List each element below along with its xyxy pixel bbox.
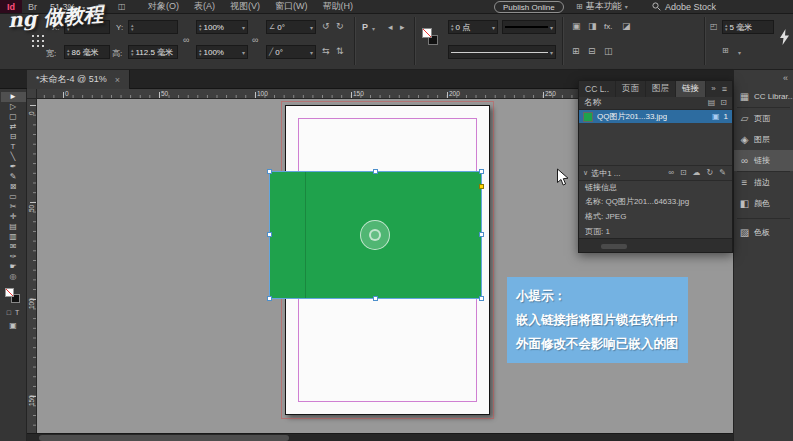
tab-cc-libraries[interactable]: CC L.. [579, 81, 616, 97]
menu-view[interactable]: 视图(V) [230, 0, 260, 13]
tab-layers[interactable]: 图层 [646, 81, 676, 97]
goto-link-icon[interactable]: ⊡ [680, 168, 687, 178]
publish-online-button[interactable]: Publish Online [494, 1, 564, 13]
view-options-icon[interactable]: ▦ [98, 2, 106, 12]
select-previous-icon[interactable]: ◂ [388, 22, 393, 32]
caret-icon[interactable]: ▾ [242, 24, 245, 31]
gradient-feather-tool[interactable]: ▥ [1, 232, 26, 242]
shear-field[interactable]: ╱ 0° ▾ [266, 45, 316, 59]
effects-fx-icon[interactable]: fx. [604, 22, 612, 31]
scale-y-field[interactable]: ▴▾ 100% ▾ [196, 45, 248, 59]
y-field[interactable]: ▴▾ [128, 20, 178, 34]
panel-menu-icon[interactable]: ≡ [722, 84, 727, 94]
flip-vertical-icon[interactable]: ⇅ [336, 46, 344, 56]
caret-icon[interactable]: ▾ [550, 49, 553, 56]
apply-to-text-icon[interactable]: T [15, 309, 19, 316]
constrain-scale-icon[interactable]: ∞ [252, 35, 258, 45]
stepper-icon[interactable]: ▴▾ [131, 23, 134, 31]
menu-window[interactable]: 窗口(W) [275, 0, 308, 13]
pencil-tool[interactable]: ✎ [1, 172, 26, 182]
bridge-icon[interactable]: Br [28, 2, 37, 12]
zoom-caret-icon[interactable]: ▾ [82, 4, 85, 11]
stepper-icon[interactable]: ▴▾ [131, 48, 134, 56]
effects-icon-c[interactable]: ◪ [622, 21, 631, 31]
x-field[interactable]: ▴▾ [64, 20, 110, 34]
dock-color[interactable]: ◧颜色 [734, 193, 793, 214]
update-link-icon[interactable]: ↻ [707, 168, 714, 178]
stroke-weight-field[interactable]: ▴▾ 0 点 ▾ [448, 20, 498, 34]
gap-tool[interactable]: ⇄ [1, 122, 26, 132]
corner-radius-field[interactable]: ▴▾ 5 毫米 [722, 20, 774, 34]
auto-fit-icon[interactable]: ⊞ [722, 46, 729, 56]
document-tab[interactable]: *未命名-4 @ 51% × [27, 70, 130, 89]
caret-icon[interactable]: ▾ [492, 24, 495, 31]
zoom-level[interactable]: 51.3% [50, 2, 76, 12]
page-column-icon[interactable]: ⊡ [720, 98, 727, 108]
stock-search[interactable]: Adobe Stock [652, 0, 716, 13]
page-tool[interactable]: ▢ [1, 112, 26, 122]
width-field[interactable]: ▴▾ 86 毫米 [64, 45, 110, 59]
link-row[interactable]: QQ图片201...33.jpg ▣ 1 [579, 110, 732, 123]
rotate-ccw-icon[interactable]: ↺ [322, 21, 330, 31]
handle-top-right[interactable] [479, 169, 484, 174]
caret-icon[interactable]: ▾ [550, 24, 553, 31]
selection-tool[interactable]: ► [1, 92, 26, 102]
chevron-down-icon[interactable]: ∨ [583, 168, 588, 178]
caret-icon[interactable]: ▾ [372, 25, 375, 32]
dock-pages[interactable]: ▱页面 [734, 108, 793, 129]
reference-point-proxy[interactable] [32, 35, 34, 37]
rectangle-tool[interactable]: ▭ [1, 192, 26, 202]
screen-mode-button[interactable]: ▣ [1, 321, 26, 331]
zoom-tool[interactable]: ◎ [1, 272, 26, 282]
rectangle-frame-tool[interactable]: ⊠ [1, 182, 26, 192]
hand-tool[interactable]: ☛ [1, 262, 26, 272]
stepper-icon[interactable]: ▴▾ [199, 48, 202, 56]
stepper-icon[interactable]: ▴▾ [67, 48, 70, 56]
dock-layers[interactable]: ◈图层 [734, 129, 793, 150]
caret-icon[interactable]: ▾ [738, 49, 741, 56]
stroke-style-dropdown[interactable]: ▾ [502, 20, 556, 34]
fill-swatch-none[interactable] [5, 288, 14, 297]
corner-options-handle[interactable] [479, 184, 484, 189]
toolbar-fill-stroke[interactable] [5, 288, 22, 305]
edit-original-icon[interactable]: ✎ [719, 168, 726, 178]
vertical-ruler[interactable]: 0 50 100 150 [27, 99, 37, 433]
link-page-number[interactable]: 1 [724, 112, 728, 121]
dock-cc-libraries[interactable]: ▦CC Librar... [734, 86, 793, 107]
caret-icon[interactable]: ▾ [310, 24, 313, 31]
handle-bottom-left[interactable] [267, 296, 272, 301]
handle-top-center[interactable] [373, 169, 378, 174]
relink-icon[interactable]: ∞ [668, 168, 674, 178]
ruler-origin[interactable] [27, 89, 37, 99]
align-icon-a[interactable]: ⊞ [572, 46, 580, 56]
tab-links[interactable]: 链接 [676, 81, 706, 97]
free-transform-tool[interactable]: ✛ [1, 212, 26, 222]
panel-scrollbar[interactable] [601, 244, 627, 249]
placed-image-frame[interactable] [270, 172, 481, 298]
embedded-badge-icon[interactable]: ▣ [712, 112, 720, 121]
constrain-wh-icon[interactable]: ∞ [183, 35, 189, 45]
screen-mode-icon[interactable]: ◫ [118, 2, 126, 12]
pen-tool[interactable]: ✒ [1, 162, 26, 172]
dock-links[interactable]: ∞链接 [734, 150, 793, 171]
apply-to-container-icon[interactable]: □ [7, 309, 11, 316]
scale-x-field[interactable]: ▴▾ 100% ▾ [196, 20, 248, 34]
gradient-tool[interactable]: ▤ [1, 222, 26, 232]
handle-bottom-center[interactable] [373, 296, 378, 301]
dock-stroke[interactable]: ≡描边 [734, 172, 793, 193]
stepper-icon[interactable]: ▴▾ [67, 23, 70, 31]
effects-icon-b[interactable]: ◨ [588, 21, 597, 31]
align-icon-c[interactable]: ◫ [604, 46, 613, 56]
cc-cloud-icon[interactable]: ☁ [693, 168, 701, 178]
panel-expand-icon[interactable]: » [711, 84, 715, 94]
stepper-icon[interactable]: ▴▾ [199, 23, 202, 31]
menu-object[interactable]: 对象(O) [148, 0, 179, 13]
tab-pages[interactable]: 页面 [616, 81, 646, 97]
handle-middle-left[interactable] [267, 232, 272, 237]
height-field[interactable]: ▴▾ 112.5 毫米 [128, 45, 178, 59]
caret-icon[interactable]: ▾ [310, 49, 313, 56]
eyedropper-tool[interactable]: ✑ [1, 252, 26, 262]
select-next-icon[interactable]: ▸ [400, 22, 405, 32]
handle-top-left[interactable] [267, 169, 272, 174]
horizontal-scrollbar[interactable] [27, 433, 733, 441]
